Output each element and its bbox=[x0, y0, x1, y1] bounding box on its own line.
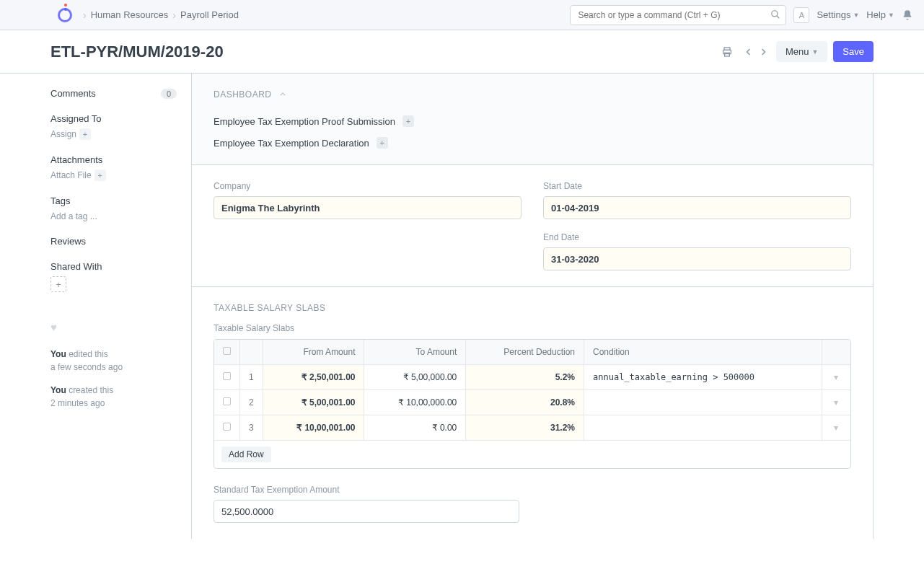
shared-with-header: Shared With bbox=[50, 261, 177, 272]
cell-condition[interactable] bbox=[584, 415, 822, 441]
col-to-amount: To Amount bbox=[364, 340, 466, 365]
caret-down-icon: ▼ bbox=[811, 48, 818, 56]
help-menu[interactable]: Help▼ bbox=[866, 9, 894, 20]
cell-percent[interactable]: 31.2% bbox=[466, 415, 584, 441]
row-menu-icon[interactable]: ▾ bbox=[822, 365, 850, 390]
row-checkbox[interactable] bbox=[223, 423, 231, 431]
start-date-label: Start Date bbox=[543, 181, 851, 191]
select-all-checkbox[interactable] bbox=[223, 347, 231, 355]
comments-header[interactable]: Comments 0 bbox=[50, 88, 177, 99]
end-date-label: End Date bbox=[543, 232, 851, 242]
row-index: 3 bbox=[240, 415, 263, 441]
heart-icon[interactable]: ♥ bbox=[50, 321, 177, 333]
row-checkbox[interactable] bbox=[223, 397, 231, 405]
search-input[interactable] bbox=[570, 5, 786, 25]
cell-percent[interactable]: 20.8% bbox=[466, 390, 584, 415]
form-main: Dashboard Employee Tax Exemption Proof S… bbox=[191, 74, 874, 539]
cell-from[interactable]: ₹ 10,00,001.00 bbox=[263, 415, 364, 441]
chevron-right-icon: › bbox=[172, 9, 176, 21]
col-percent: Percent Deduction bbox=[466, 340, 584, 365]
cell-from[interactable]: ₹ 2,50,001.00 bbox=[263, 365, 364, 390]
col-condition: Condition bbox=[584, 340, 822, 365]
tags-header: Tags bbox=[50, 195, 177, 206]
exemption-label: Standard Tax Exemption Amount bbox=[214, 485, 519, 495]
table-row[interactable]: 3 ₹ 10,00,001.00 ₹ 0.00 31.2% ▾ bbox=[214, 415, 850, 441]
reviews-header: Reviews bbox=[50, 236, 177, 247]
next-doc-icon[interactable] bbox=[756, 43, 770, 61]
breadcrumb-doctype[interactable]: Payroll Period bbox=[180, 9, 239, 20]
plus-icon[interactable]: + bbox=[377, 137, 388, 149]
end-date-field[interactable] bbox=[543, 247, 851, 270]
avatar[interactable]: A bbox=[793, 7, 809, 23]
timeline-entry: You edited this a few seconds ago bbox=[50, 348, 177, 374]
add-tag-input[interactable]: Add a tag ... bbox=[50, 211, 97, 221]
app-logo[interactable] bbox=[54, 4, 76, 26]
chevron-right-icon: › bbox=[83, 9, 87, 21]
attach-file-button[interactable]: Attach File + bbox=[50, 169, 106, 181]
save-button[interactable]: Save bbox=[833, 41, 874, 62]
exemption-field[interactable] bbox=[214, 500, 519, 523]
svg-point-0 bbox=[772, 10, 778, 16]
chevron-up-icon bbox=[279, 91, 286, 98]
menu-button[interactable]: Menu▼ bbox=[776, 41, 827, 62]
row-menu-icon[interactable]: ▾ bbox=[822, 415, 850, 441]
cell-condition[interactable] bbox=[584, 390, 822, 415]
search-icon[interactable] bbox=[770, 9, 780, 19]
cell-to[interactable]: ₹ 5,00,000.00 bbox=[364, 365, 466, 390]
company-field[interactable] bbox=[214, 196, 522, 219]
plus-icon[interactable]: + bbox=[402, 115, 414, 127]
bell-icon[interactable] bbox=[902, 9, 913, 21]
settings-menu[interactable]: Settings▼ bbox=[817, 9, 859, 20]
print-icon[interactable] bbox=[718, 43, 736, 61]
assigned-to-header: Assigned To bbox=[50, 113, 177, 124]
dashboard-link-proof-submission[interactable]: Employee Tax Exemption Proof Submission … bbox=[214, 115, 851, 127]
slabs-table: From Amount To Amount Percent Deduction … bbox=[214, 339, 851, 469]
dashboard-link-declaration[interactable]: Employee Tax Exemption Declaration + bbox=[214, 137, 851, 149]
attachments-header: Attachments bbox=[50, 154, 177, 165]
col-from-amount: From Amount bbox=[263, 340, 364, 365]
page-header: ETL-PYR/MUM/2019-20 Menu▼ Save bbox=[0, 30, 924, 74]
dashboard-section-header[interactable]: Dashboard bbox=[214, 89, 851, 100]
add-row-button[interactable]: Add Row bbox=[221, 446, 271, 462]
cell-percent[interactable]: 5.2% bbox=[466, 365, 584, 390]
share-add-button[interactable]: + bbox=[50, 276, 66, 292]
slabs-section-header[interactable]: Taxable Salary Slabs bbox=[214, 303, 851, 313]
page-title: ETL-PYR/MUM/2019-20 bbox=[50, 43, 224, 61]
prev-doc-icon[interactable] bbox=[742, 43, 756, 61]
form-sidebar: Comments 0 Assigned To Assign + Attachme… bbox=[50, 74, 191, 539]
row-index: 1 bbox=[240, 365, 263, 390]
row-checkbox[interactable] bbox=[223, 372, 231, 380]
svg-line-1 bbox=[777, 15, 780, 18]
assign-button[interactable]: Assign + bbox=[50, 128, 91, 140]
plus-icon: + bbox=[79, 128, 91, 140]
row-index: 2 bbox=[240, 390, 263, 415]
comments-count: 0 bbox=[161, 89, 177, 99]
cell-from[interactable]: ₹ 5,00,001.00 bbox=[263, 390, 364, 415]
caret-down-icon: ▼ bbox=[888, 12, 894, 19]
cell-condition[interactable]: annual_taxable_earning > 500000 bbox=[584, 365, 822, 390]
timeline-entry: You created this 2 minutes ago bbox=[50, 384, 177, 410]
plus-icon: + bbox=[94, 169, 106, 181]
top-navbar: › Human Resources › Payroll Period A Set… bbox=[0, 0, 924, 30]
slabs-table-label: Taxable Salary Slabs bbox=[214, 323, 851, 333]
caret-down-icon: ▼ bbox=[853, 12, 859, 19]
row-menu-icon[interactable]: ▾ bbox=[822, 390, 850, 415]
breadcrumb: › Human Resources › Payroll Period bbox=[83, 9, 239, 21]
start-date-field[interactable] bbox=[543, 196, 851, 219]
table-row[interactable]: 1 ₹ 2,50,001.00 ₹ 5,00,000.00 5.2% annua… bbox=[214, 365, 850, 390]
company-label: Company bbox=[214, 181, 522, 191]
cell-to[interactable]: ₹ 0.00 bbox=[364, 415, 466, 441]
breadcrumb-module[interactable]: Human Resources bbox=[91, 9, 169, 20]
table-row[interactable]: 2 ₹ 5,00,001.00 ₹ 10,00,000.00 20.8% ▾ bbox=[214, 390, 850, 415]
cell-to[interactable]: ₹ 10,00,000.00 bbox=[364, 390, 466, 415]
